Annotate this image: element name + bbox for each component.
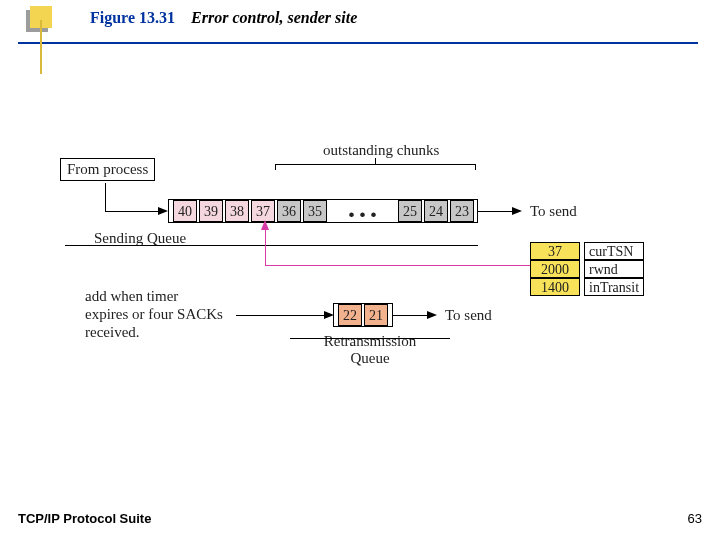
retrans-cell: 21 — [364, 304, 388, 326]
param-name-text: rwnd — [589, 262, 618, 277]
to-send-label-1: To send — [530, 203, 577, 220]
retrans-cell: 22 — [338, 304, 362, 326]
figure-header: Figure 13.31 Error control, sender site — [90, 9, 357, 27]
bracket-top — [275, 164, 475, 165]
param-name-text: curTSN — [589, 244, 633, 259]
bracket-mid — [375, 158, 376, 164]
cell-val: 40 — [178, 204, 192, 219]
queue-cell: 37 — [251, 200, 275, 222]
param-val-text: 1400 — [541, 280, 569, 295]
queue-cell: 39 — [199, 200, 223, 222]
arrow-head-to-send-2 — [427, 311, 437, 319]
note-line1: add when timer — [85, 288, 178, 305]
arrow-head-to-send-1 — [512, 207, 522, 215]
cell-val: 39 — [204, 204, 218, 219]
queue-cell-outstanding: 24 — [424, 200, 448, 222]
cell-val: 25 — [403, 204, 417, 219]
retrans-queue-floor — [290, 338, 450, 339]
retrans-queue-label-l2: Queue — [315, 350, 425, 367]
arrow-to-send-1 — [478, 211, 514, 212]
queue-cell-outstanding: 25 — [398, 200, 422, 222]
note-line2: expires or four SACKs — [85, 306, 223, 323]
cell-val: 21 — [369, 308, 383, 323]
cell-val: 22 — [343, 308, 357, 323]
cell-val: 23 — [455, 204, 469, 219]
queue-cell: 38 — [225, 200, 249, 222]
queue-cell-outstanding: 23 — [450, 200, 474, 222]
note-arrow-h — [236, 315, 326, 316]
cell-val: 36 — [282, 204, 296, 219]
queue-cell-outstanding: 36 — [277, 200, 301, 222]
param-value: 1400 — [530, 278, 580, 296]
param-val-text: 37 — [548, 244, 562, 259]
figure-title: Error control, sender site — [191, 9, 357, 26]
sending-queue-floor — [65, 245, 478, 246]
queue-cell: 40 — [173, 200, 197, 222]
arrow-fromprocess-v — [105, 183, 106, 211]
cell-val: 38 — [230, 204, 244, 219]
param-name: curTSN — [584, 242, 644, 260]
param-val-text: 2000 — [541, 262, 569, 277]
param-value: 2000 — [530, 260, 580, 278]
page-number: 63 — [688, 511, 702, 526]
bracket-left-drop — [275, 164, 276, 170]
header-accent-vertical — [40, 20, 42, 74]
ellipsis: ... — [348, 192, 381, 224]
figure-number: Figure 13.31 — [90, 9, 175, 26]
bracket-right-drop — [475, 164, 476, 170]
feedback-line-h — [265, 265, 555, 266]
outstanding-label: outstanding chunks — [323, 142, 439, 159]
cell-val: 35 — [308, 204, 322, 219]
queue-cell-outstanding: 35 — [303, 200, 327, 222]
arrow-head-to-queue — [158, 207, 168, 215]
param-value: 37 — [530, 242, 580, 260]
footer-left: TCP/IP Protocol Suite — [18, 511, 151, 526]
cell-val: 24 — [429, 204, 443, 219]
to-send-label-2: To send — [445, 307, 492, 324]
note-line3: received. — [85, 324, 140, 341]
header-rule — [18, 42, 698, 44]
param-name: rwnd — [584, 260, 644, 278]
feedback-arrow-head — [261, 220, 269, 230]
arrow-to-send-2 — [393, 315, 429, 316]
param-name: inTransit — [584, 278, 644, 296]
cell-val: 37 — [256, 204, 270, 219]
retrans-queue-label-l1: Retransmission — [315, 333, 425, 350]
diagram-canvas: From process outstanding chunks 40 39 38… — [60, 130, 680, 410]
feedback-line-v-left — [265, 228, 266, 265]
arrow-fromprocess-h — [105, 211, 160, 212]
param-name-text: inTransit — [589, 280, 639, 295]
